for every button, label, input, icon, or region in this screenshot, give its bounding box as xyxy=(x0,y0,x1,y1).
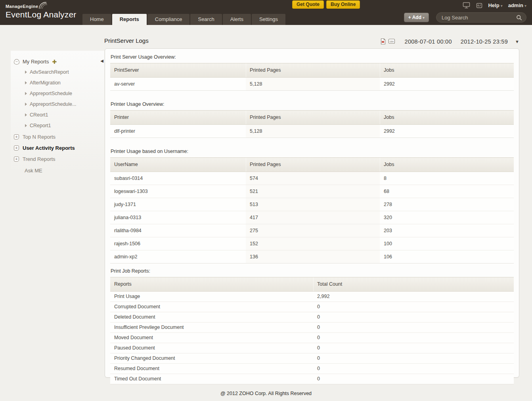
table-row: Deleted Document0 xyxy=(110,312,514,323)
table-cell: Priority Changed Document xyxy=(110,353,313,364)
table-cell: admin-xp2 xyxy=(110,250,246,264)
help-menu[interactable]: Help▾ xyxy=(488,2,502,8)
search-input[interactable] xyxy=(442,15,516,21)
sidebar-report-item[interactable]: AdvSearchReport xyxy=(25,67,104,78)
section-title: Printer Usage based on Username: xyxy=(111,149,514,154)
date-range-chevron-icon[interactable]: ▼ xyxy=(515,39,519,44)
brand-logo: ManageEngine EventLog Analyzer xyxy=(6,2,77,19)
help-label: Help xyxy=(488,2,499,8)
column-header: UserName xyxy=(110,158,246,172)
csv-export-icon[interactable]: csv xyxy=(388,38,395,45)
report-section: Print Server Usage Overview:PrintServerP… xyxy=(110,54,514,91)
chevron-right-icon[interactable] xyxy=(25,71,27,74)
table-cell: Corrupted Document xyxy=(110,302,313,312)
buy-online-button[interactable]: Buy Online xyxy=(326,0,360,9)
sidebar-report-item[interactable]: AppreportSchedule... xyxy=(25,99,104,110)
table-cell: 0 xyxy=(313,364,514,374)
chevron-right-icon[interactable] xyxy=(25,113,27,116)
tab-reports[interactable]: Reports xyxy=(112,14,147,25)
table-cell: 0 xyxy=(313,302,514,312)
table-cell: Deleted Document xyxy=(110,312,313,323)
report-table: UserNamePrinted PagesJobssubasri-0314574… xyxy=(110,157,514,264)
sidebar-item-trend-reports[interactable]: +Trend Reports xyxy=(11,153,104,164)
tab-compliance[interactable]: Compliance xyxy=(147,14,190,25)
table-row: dlf-printer5,1282992 xyxy=(110,125,514,138)
section-label: Trend Reports xyxy=(23,156,55,162)
table-cell: av-server xyxy=(110,78,246,91)
table-cell: judy-1371 xyxy=(110,198,246,211)
license-icon[interactable] xyxy=(476,2,482,9)
chevron-right-icon[interactable] xyxy=(25,92,27,95)
sidebar-report-item[interactable]: AfterMigration xyxy=(25,78,104,88)
table-cell: 106 xyxy=(380,250,514,264)
table-cell: 68 xyxy=(380,185,514,198)
user-menu[interactable]: admin▾ xyxy=(508,2,526,8)
chevron-down-icon: ▾ xyxy=(423,15,425,20)
copyright-text: @ 2012 ZOHO Corp. All Rights Reserved xyxy=(0,391,532,396)
table-cell: Paused Document xyxy=(110,343,313,353)
table-row: logeswari-130352168 xyxy=(110,185,514,198)
sidebar-item-top-n-reports[interactable]: +Top N Reports xyxy=(11,131,104,142)
table-cell: 0 xyxy=(313,312,514,323)
search-icon[interactable] xyxy=(516,15,522,21)
get-quote-button[interactable]: Get Quote xyxy=(292,0,324,9)
sidebar-report-item[interactable]: CReport1 xyxy=(25,120,104,131)
user-label: admin xyxy=(508,2,523,8)
chevron-right-icon[interactable] xyxy=(25,103,27,106)
expand-plus-icon[interactable]: + xyxy=(14,157,19,162)
table-cell: 278 xyxy=(380,198,514,211)
column-header: Printed Pages xyxy=(246,63,380,78)
my-reports-children: AdvSearchReportAfterMigrationAppreportSc… xyxy=(11,67,104,131)
date-range-to[interactable]: 2012-10-25 23:59 xyxy=(461,38,508,45)
table-cell: 0 xyxy=(313,353,514,364)
date-range-from[interactable]: 2008-07-01 00:00 xyxy=(405,38,452,45)
table-cell: 417 xyxy=(246,211,380,224)
main-nav-tabs: HomeReportsComplianceSearchAlertsSetting… xyxy=(82,14,285,25)
add-button[interactable]: + Add▾ xyxy=(404,13,429,22)
report-toolbar: csv 2008-07-01 00:00 2012-10-25 23:59 ▼ xyxy=(380,38,519,45)
expand-plus-icon[interactable]: + xyxy=(14,134,19,139)
section-title: Printer Usage Overview: xyxy=(111,101,514,107)
table-cell: juliana-0313 xyxy=(110,211,246,224)
brand-company: ManageEngine xyxy=(6,4,38,9)
table-cell: logeswari-1303 xyxy=(110,185,246,198)
table-cell: dlf-printer xyxy=(110,125,246,138)
table-cell: 0 xyxy=(313,374,514,384)
report-section: Print Job Reports:ReportsTotal CountPrin… xyxy=(110,268,514,384)
pdf-export-icon[interactable] xyxy=(380,38,386,45)
tab-search[interactable]: Search xyxy=(190,14,222,25)
sidebar-item-ask-me[interactable]: Ask ME xyxy=(11,164,104,174)
column-header: Jobs xyxy=(380,158,514,172)
sidebar-item-my-reports[interactable]: − My Reports ✚ xyxy=(11,51,104,67)
tab-alerts[interactable]: Alerts xyxy=(223,14,251,25)
sidebar-report-item[interactable]: AppreportSchedule xyxy=(25,88,104,99)
report-table: PrinterPrinted PagesJobsdlf-printer5,128… xyxy=(110,110,514,138)
sidebar-item-user-activity-reports[interactable]: +User Activity Reports xyxy=(11,142,104,153)
sidebar-sections: +Top N Reports+User Activity Reports+Tre… xyxy=(11,131,104,164)
table-row: Moved Document0 xyxy=(110,333,514,343)
table-cell: 8 xyxy=(380,172,514,185)
table-cell: Insufficient Previlege Document xyxy=(110,323,313,333)
table-cell: rlalitha-0984 xyxy=(110,224,246,237)
expand-plus-icon[interactable]: + xyxy=(14,145,19,151)
add-button-label: + Add xyxy=(408,15,421,20)
tab-home[interactable]: Home xyxy=(82,14,111,25)
chevron-down-icon: ▾ xyxy=(524,4,526,8)
report-item-label: CReort1 xyxy=(30,112,48,118)
collapse-minus-icon[interactable]: − xyxy=(14,59,19,65)
report-item-label: AppreportSchedule... xyxy=(30,101,76,107)
sidebar-collapse-icon[interactable]: ◀ xyxy=(100,59,103,63)
tab-settings[interactable]: Settings xyxy=(252,14,285,25)
table-cell: rajesh-1506 xyxy=(110,237,246,250)
table-cell: Print Usage xyxy=(110,292,313,302)
logo-swoosh-icon xyxy=(38,1,49,10)
chevron-right-icon[interactable] xyxy=(25,124,27,127)
chevron-right-icon[interactable] xyxy=(25,81,27,84)
section-title: Print Server Usage Overview: xyxy=(111,54,514,60)
section-label: User Activity Reports xyxy=(23,145,75,151)
report-table: ReportsTotal CountPrint Usage2,992Corrup… xyxy=(110,277,514,384)
add-report-icon[interactable]: ✚ xyxy=(52,59,57,64)
column-header: Printer xyxy=(110,111,246,125)
sidebar-report-item[interactable]: CReort1 xyxy=(25,110,104,120)
monitor-icon[interactable] xyxy=(463,2,471,9)
